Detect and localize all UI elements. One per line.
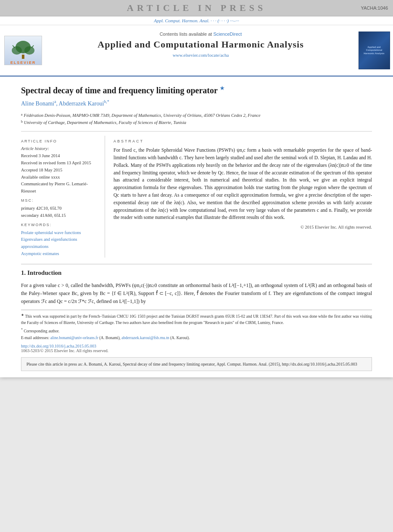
two-column-section: ARTICLE INFO Article history: Received 3… — [21, 131, 372, 258]
footnote-star-text: This work was supported in part by the F… — [21, 314, 372, 324]
citation-box: Please cite this article in press as: A.… — [21, 357, 372, 371]
svg-point-1 — [12, 46, 22, 55]
paper-star-sup: ★ — [220, 85, 224, 91]
introduction-paragraph: For a given value c > 0, called the band… — [21, 282, 372, 306]
abstract-text: For fixed c, the Prolate Spheroidal Wave… — [113, 147, 372, 221]
elsevier-logo-section: ELSEVIER — [0, 29, 46, 71]
email-label: E-mail addresses: — [21, 336, 49, 340]
footnote-star-marker: ★ — [21, 313, 24, 317]
section-divider — [21, 264, 372, 264]
article-info-column: ARTICLE INFO Article history: Received 3… — [21, 136, 105, 258]
journal-title-section: Contents lists available at ScienceDirec… — [46, 29, 355, 71]
elsevier-logo: ELSEVIER — [4, 36, 42, 65]
paper-title-text: Spectral decay of time and frequency lim… — [21, 86, 218, 95]
journal-main-title: Applied and Computational Harmonic Analy… — [55, 39, 347, 50]
msc-primary: primary 42C10, 65L70 — [21, 205, 98, 212]
journal-cover-image: Applied and Computational Harmonic Analy… — [359, 32, 390, 69]
paper-title: Spectral decay of time and frequency lim… — [21, 85, 372, 96]
footnote-corr-text: Corresponding author. — [24, 329, 59, 333]
contents-available-line: Contents lists available at ScienceDirec… — [55, 32, 347, 37]
article-info-title: ARTICLE INFO — [21, 139, 98, 143]
msc-section-title: MSC: — [21, 198, 98, 203]
abstract-title: ABSTRACT — [113, 139, 372, 143]
email-bonami-link[interactable]: aline.bonami@univ-orleans.fr — [50, 336, 98, 340]
journal-cover-title-text: Applied and Computational Harmonic Analy… — [361, 46, 388, 55]
email-karoui-link[interactable]: abderrazek.karoui@fsb.rnu.tn — [121, 336, 169, 340]
footnote-divider — [21, 310, 372, 310]
keywords-section-title: Keywords: — [21, 223, 98, 227]
keyword-1: Prolate spheroidal wave functions — [21, 229, 98, 237]
keyword-3: Asymptotic estimates — [21, 250, 98, 258]
article-in-press-label: ARTICLE IN PRESS — [127, 3, 266, 13]
citation-text: Please cite this article in press as: A.… — [26, 362, 357, 366]
elsevier-tree-icon — [8, 39, 38, 60]
journal-ref-text: Appl. Comput. Harmon. Anal. ∙ ∙ ∙ (∙ ∙ ∙… — [154, 18, 239, 23]
section-number: 1. — [21, 269, 26, 276]
journal-ref-line: Appl. Comput. Harmon. Anal. ∙ ∙ ∙ (∙ ∙ ∙… — [0, 16, 393, 25]
keyword-2: Eigenvalues and eigenfunctions approxima… — [21, 236, 98, 250]
top-banner: ARTICLE IN PRESS YACHA:1046 — [0, 0, 393, 16]
introduction-section: 1. Introduction For a given value c > 0,… — [21, 269, 372, 306]
elsevier-brand-text: ELSEVIER — [11, 61, 36, 65]
footnote-corr-section: * Corresponding author. — [21, 327, 372, 334]
journal-cover-section: Applied and Computational Harmonic Analy… — [355, 29, 393, 71]
affiliations-section: a Fédération Denis-Poisson, MAPMO-UMR 73… — [21, 112, 372, 126]
author-b-sup: b,* — [104, 99, 109, 104]
journal-url[interactable]: www.elsevier.com/locate/acha — [55, 53, 347, 58]
main-content: Spectral decay of time and frequency lim… — [0, 76, 393, 377]
affiliation-b: b University of Carthage, Department of … — [21, 119, 372, 126]
footnote-email-section: E-mail addresses: aline.bonami@univ-orle… — [21, 335, 372, 341]
paper-title-section: Spectral decay of time and frequency lim… — [21, 85, 372, 107]
introduction-heading: 1. Introduction — [21, 269, 372, 277]
abstract-column: ABSTRACT For fixed c, the Prolate Sphero… — [113, 136, 372, 258]
footnote-star-section: ★ This work was supported in part by the… — [21, 313, 372, 326]
authors-line: Aline Bonamia, Abderrazek Karouib,* — [21, 99, 372, 107]
author-comma-karoui: , Abderrazek Karoui — [56, 100, 104, 107]
affil-b-sup: b — [21, 119, 23, 124]
copyright-line: © 2015 Elsevier Inc. All rights reserved… — [113, 225, 372, 229]
svg-point-2 — [24, 46, 34, 55]
history-communicated: Communicated by Pierre G. Lemarié-Rieuss… — [21, 181, 98, 195]
section-title-text: Introduction — [27, 269, 61, 276]
email-karoui-name: (A. Karoui). — [170, 336, 190, 340]
contents-text: Contents lists available at — [160, 32, 212, 37]
email-bonami-name: (A. Bonami), — [99, 336, 120, 340]
doi-link[interactable]: http://dx.doi.org/10.1016/j.acha.2015.05… — [21, 344, 372, 348]
affil-b-text: University of Carthage, Department of Ma… — [24, 119, 186, 126]
author-bonami: Aline Bonami — [21, 100, 54, 107]
yacha-id: YACHA:1046 — [361, 5, 388, 11]
history-accepted: Accepted 18 May 2015 — [21, 167, 98, 174]
page: ARTICLE IN PRESS YACHA:1046 Appl. Comput… — [0, 0, 393, 377]
issn-line: 1063-5203/© 2015 Elsevier Inc. All right… — [21, 348, 372, 353]
journal-header: ELSEVIER Contents lists available at Sci… — [0, 25, 393, 76]
footnote-corr-marker: * — [21, 328, 23, 332]
affil-a-sup: a — [21, 112, 23, 117]
history-revised: Received in revised form 13 April 2015 — [21, 160, 98, 167]
svg-rect-3 — [22, 55, 24, 59]
affiliation-a: a Fédération Denis-Poisson, MAPMO-UMR 73… — [21, 112, 372, 119]
history-label: Article history: — [21, 146, 98, 151]
doi-section: http://dx.doi.org/10.1016/j.acha.2015.05… — [21, 344, 372, 348]
history-online: Available online xxxx — [21, 174, 98, 181]
sciencedirect-link[interactable]: ScienceDirect — [213, 32, 242, 37]
affil-a-text: Fédération Denis-Poisson, MAPMO-UMR 7349… — [24, 112, 261, 119]
msc-secondary: secondary 41A60, 65L15 — [21, 212, 98, 219]
history-received: Received 3 June 2014 — [21, 153, 98, 160]
